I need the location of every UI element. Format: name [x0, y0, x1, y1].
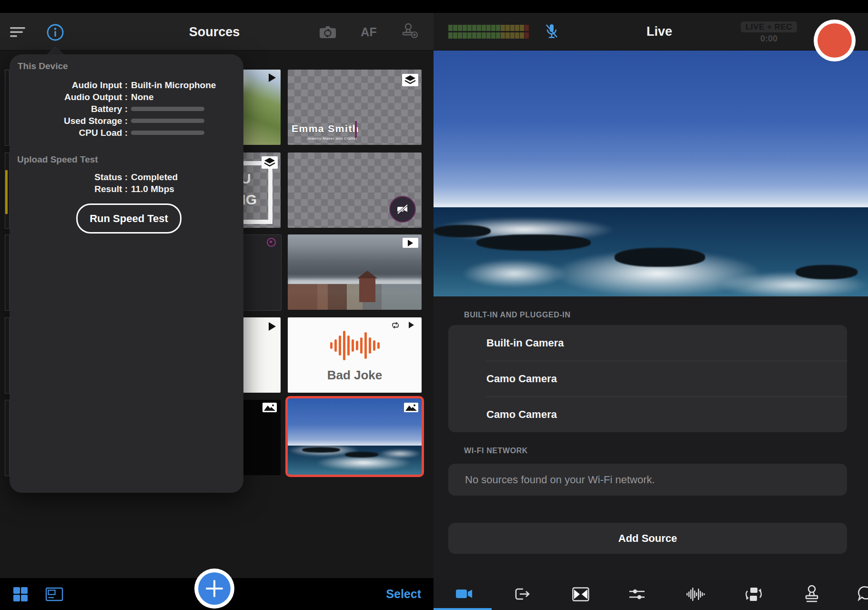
battery-progress-bar	[131, 107, 204, 111]
thumbnail-edge-2[interactable]	[5, 152, 10, 229]
audio-output-row: Audio Output : None	[10, 91, 243, 103]
thumbnail-storm-video[interactable]	[288, 234, 422, 310]
wifi-empty-card: No sources found on your Wi-Fi network.	[448, 464, 847, 496]
popover-arrow	[47, 46, 64, 54]
adjust-icon[interactable]	[626, 585, 647, 603]
audio-title-text: Bad Joke	[288, 368, 422, 383]
play-icon	[403, 238, 418, 248]
thumbnail-ocean-selected[interactable]	[285, 396, 424, 477]
audio-level-meter	[448, 25, 530, 40]
live-rec-badge: LIVE + REC	[741, 21, 797, 32]
info-icon[interactable]	[46, 23, 65, 44]
menu-icon[interactable]	[10, 27, 26, 40]
emma-subtitle-text: Jewelry Maker and Crafter	[307, 136, 357, 141]
storage-progress-bar	[131, 119, 204, 123]
video-camera-icon[interactable]	[454, 585, 474, 603]
play-icon	[269, 322, 276, 331]
record-button[interactable]	[814, 20, 856, 61]
live-video-preview	[434, 50, 868, 296]
transition-icon[interactable]	[570, 585, 591, 603]
speed-test-section-header: Upload Speed Test	[17, 154, 98, 165]
stamp-icon[interactable]	[801, 585, 822, 603]
yellow-selection-edge	[5, 170, 8, 214]
play-icon	[269, 73, 276, 82]
wifi-section-header: WI-FI NETWORK	[464, 447, 528, 455]
record-timer: 0:00	[741, 34, 797, 44]
cpu-progress-bar	[131, 131, 204, 135]
thumbnail-edge-4[interactable]	[5, 317, 10, 394]
cpu-load-row: CPU Load :	[10, 127, 243, 139]
camera-list-item[interactable]: Built-in Camera	[448, 325, 847, 361]
emma-title-text: Emma Smith	[292, 123, 359, 134]
thumbnail-audio-bad-joke[interactable]: Bad Joke	[288, 317, 422, 393]
add-new-source-button[interactable]	[194, 569, 234, 609]
grid-view-icon[interactable]	[12, 586, 29, 604]
run-speed-test-button[interactable]: Run Speed Test	[76, 203, 182, 234]
thumbnail-emma-title[interactable]: Emma Smith Jewelry Maker and Crafter	[288, 70, 422, 145]
add-source-card[interactable]: Add Source	[448, 523, 847, 554]
audio-levels-icon[interactable]	[685, 585, 706, 603]
active-tab-indicator	[434, 608, 492, 610]
used-storage-row: Used Storage :	[10, 115, 243, 127]
battery-row: Battery :	[10, 103, 243, 115]
camera-list-card: Built-in Camera Camo Camera Camo Camera	[448, 325, 847, 432]
sources-panel-title: Sources	[167, 25, 262, 40]
thumbnail-disabled-camera[interactable]	[288, 152, 422, 228]
device-section-header: This Device	[18, 61, 68, 71]
layers-icon	[262, 156, 278, 169]
thumbnail-edge-3[interactable]	[5, 234, 10, 311]
app-screen: U NG Emma Smith Jewelry Maker and Crafte…	[0, 0, 868, 610]
flip-camera-icon[interactable]	[318, 25, 337, 41]
audio-input-row: Audio Input : Built-in Microphone	[10, 79, 243, 91]
microphone-muted-icon[interactable]	[543, 23, 560, 43]
live-panel-title: Live	[631, 24, 688, 39]
photo-icon	[404, 403, 418, 412]
audio-waveform-graphic	[288, 326, 422, 365]
meter-row-left	[448, 25, 530, 31]
output-icon[interactable]	[512, 585, 533, 603]
status-bar	[0, 0, 868, 13]
layers-icon	[402, 74, 418, 86]
speed-result-row: Result : 11.0 Mbps	[10, 183, 243, 195]
photo-icon	[262, 403, 277, 412]
builtin-section-header: BUILT-IN AND PLUGGED-IN	[464, 311, 571, 319]
camera-list-item[interactable]: Camo Camera	[448, 396, 847, 432]
add-source-button[interactable]: Add Source	[448, 523, 847, 554]
watermark-icon	[267, 238, 276, 247]
multiview-icon[interactable]	[45, 587, 64, 604]
thumbnail-edge-5[interactable]	[5, 400, 10, 476]
autofocus-button[interactable]: AF	[358, 25, 379, 39]
camera-off-icon	[389, 196, 416, 223]
swap-sources-icon[interactable]	[743, 585, 764, 603]
meter-row-right	[448, 32, 530, 39]
speed-status-row: Status : Completed	[10, 171, 243, 183]
device-info-popover: This Device Audio Input : Built-in Micro…	[10, 54, 243, 493]
camera-list-item[interactable]: Camo Camera	[448, 361, 847, 396]
select-button[interactable]: Select	[362, 587, 421, 601]
stamp-add-icon[interactable]	[400, 22, 422, 44]
chat-icon[interactable]	[856, 585, 868, 603]
wifi-empty-message: No sources found on your Wi-Fi network.	[448, 464, 847, 496]
thumbnail-edge-1[interactable]	[5, 70, 10, 146]
